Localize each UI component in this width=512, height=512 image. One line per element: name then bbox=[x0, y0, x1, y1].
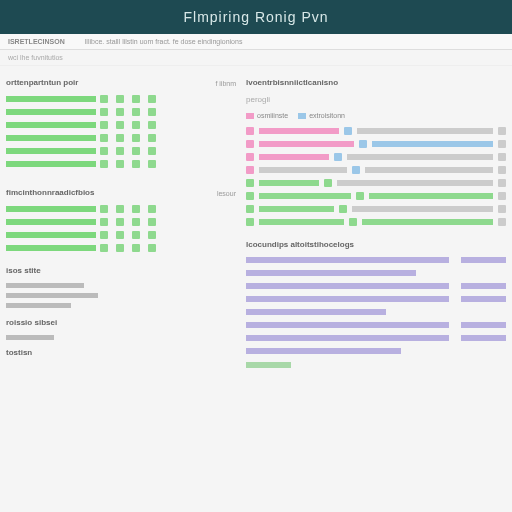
table-row[interactable] bbox=[6, 108, 236, 116]
purple-row[interactable] bbox=[246, 283, 506, 289]
right-section2-title: lcocundips altoitstihocelogs bbox=[246, 240, 506, 249]
bar-row[interactable] bbox=[246, 218, 506, 226]
subheader-left: ISRETLECINSON bbox=[8, 38, 65, 45]
table-row[interactable] bbox=[6, 244, 236, 252]
left-list-sub2: roissio sibsei bbox=[6, 318, 236, 327]
bar-row[interactable] bbox=[246, 127, 506, 135]
swatch-icon bbox=[246, 113, 254, 119]
left-list-title: isos stite bbox=[6, 266, 236, 275]
right-bar-list bbox=[246, 127, 506, 226]
left-section1-col: f iibnm bbox=[215, 80, 236, 87]
table-row[interactable] bbox=[6, 218, 236, 226]
bar-row[interactable] bbox=[246, 205, 506, 213]
right-section1-sub: perogli bbox=[246, 95, 506, 104]
left-section2-col: lesour bbox=[217, 190, 236, 197]
list-item[interactable] bbox=[6, 303, 71, 308]
table-row[interactable] bbox=[6, 121, 236, 129]
purple-list bbox=[246, 257, 506, 354]
left-section2-title: fimcinthonnraadicfbios bbox=[6, 188, 94, 197]
purple-row[interactable] bbox=[246, 296, 506, 302]
subheader-right: lllibce. stalll lilstin uom fract. fe do… bbox=[85, 38, 243, 45]
table-row[interactable] bbox=[6, 95, 236, 103]
purple-row[interactable] bbox=[246, 257, 506, 263]
footer-accent bbox=[246, 362, 291, 368]
left-list-sub3: tostisn bbox=[6, 348, 236, 357]
bar-row[interactable] bbox=[246, 166, 506, 174]
table-row[interactable] bbox=[6, 205, 236, 213]
left-table-2 bbox=[6, 205, 236, 252]
bar-row[interactable] bbox=[246, 192, 506, 200]
table-row[interactable] bbox=[6, 147, 236, 155]
breadcrumb: wci lhe fuvnitutios bbox=[0, 50, 512, 66]
table-row[interactable] bbox=[6, 160, 236, 168]
legend-item-2: extroisitonn bbox=[298, 112, 345, 119]
left-section1-title: orttenpartntun poir bbox=[6, 78, 78, 87]
subheader: ISRETLECINSON lllibce. stalll lilstin uo… bbox=[0, 34, 512, 50]
table-row[interactable] bbox=[6, 134, 236, 142]
purple-row[interactable] bbox=[246, 322, 506, 328]
list-item[interactable] bbox=[6, 283, 84, 288]
title-bar: Flmpiring Ronig Pvn bbox=[0, 0, 512, 34]
purple-row[interactable] bbox=[246, 335, 506, 341]
bar-row[interactable] bbox=[246, 179, 506, 187]
purple-row[interactable] bbox=[246, 270, 506, 276]
legend-item-1: osmiiinste bbox=[246, 112, 288, 119]
bar-row[interactable] bbox=[246, 140, 506, 148]
list-item[interactable] bbox=[6, 293, 98, 298]
swatch-icon bbox=[298, 113, 306, 119]
list-item[interactable] bbox=[6, 335, 54, 340]
purple-row[interactable] bbox=[246, 309, 506, 315]
table-row[interactable] bbox=[6, 231, 236, 239]
bar-row[interactable] bbox=[246, 153, 506, 161]
right-section1-title: lvoentrbisnniictlcanisno bbox=[246, 78, 506, 87]
left-table-1 bbox=[6, 95, 236, 168]
purple-row[interactable] bbox=[246, 348, 506, 354]
